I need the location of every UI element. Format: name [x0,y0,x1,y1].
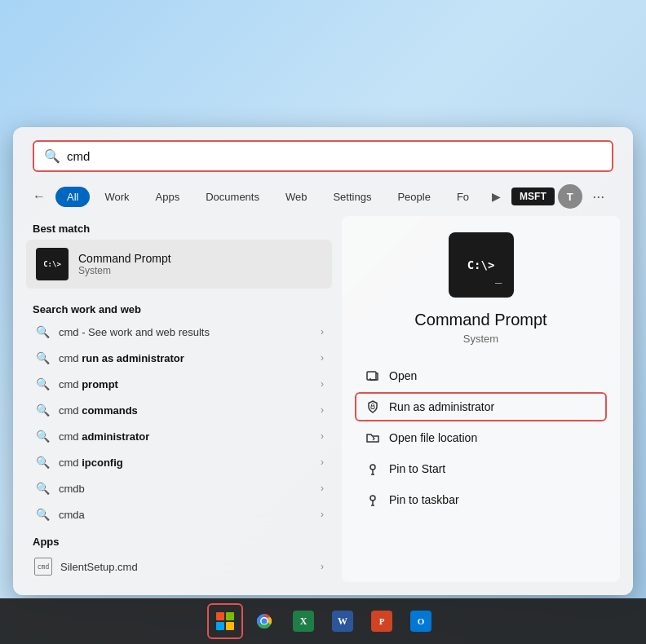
search-result-text-6: cmdb [59,483,85,495]
apps-result-0[interactable]: cmd SilentSetup.cmd › [26,551,332,582]
best-match-label: Best match [26,216,332,240]
svg-point-6 [262,619,268,624]
action-pin-start[interactable]: Pin to Start [355,454,607,483]
search-result-arrow-6: › [321,483,324,494]
action-open-label: Open [389,369,417,382]
best-match-item[interactable]: Command Prompt System [26,240,332,289]
app-preview-icon [449,232,514,298]
outlook-taskbar-icon[interactable]: O [403,603,439,639]
action-open[interactable]: Open [355,361,607,390]
pin-start-icon [365,461,381,477]
start-button[interactable] [207,603,243,639]
outlook-icon: O [410,611,431,632]
tab-apps[interactable]: Apps [144,187,192,207]
search-result-5[interactable]: 🔍 cmd ipconfig › [26,449,332,475]
tab-more[interactable]: ··· [586,183,612,210]
svg-rect-0 [367,372,376,380]
tab-settings[interactable]: Settings [321,187,383,207]
search-result-4[interactable]: 🔍 cmd administrator › [26,423,332,449]
search-result-2[interactable]: 🔍 cmd prompt › [26,371,332,397]
word-taskbar-icon[interactable]: W [325,603,361,639]
action-file-location-label: Open file location [389,431,477,444]
tab-scroll-right[interactable]: ▶ [484,184,508,209]
tab-msft[interactable]: MSFT [511,187,555,205]
filter-tabs: ← All Work Apps Documents Web Settings P… [13,180,633,216]
word-icon: W [332,611,353,632]
shield-icon [365,399,381,415]
search-result-arrow-0: › [321,326,324,337]
win-logo-q3 [216,622,224,630]
search-result-1[interactable]: 🔍 cmd run as administrator › [26,345,332,371]
svg-point-3 [370,496,375,501]
tab-user[interactable]: T [558,184,582,209]
search-result-icon-5: 🔍 [34,456,51,469]
search-result-arrow-3: › [321,404,324,416]
tab-people[interactable]: People [386,187,441,207]
search-icon: 🔍 [44,148,60,164]
tab-web[interactable]: Web [274,187,319,207]
best-match-text: Command Prompt System [78,252,171,276]
silent-setup-icon: cmd [34,558,52,576]
apps-section-label: Apps [26,527,332,551]
search-result-0[interactable]: 🔍 cmd - See work and web results › [26,319,332,345]
action-pin-taskbar[interactable]: Pin to taskbar [355,485,607,514]
search-result-arrow-2: › [321,378,324,390]
windows-logo [216,612,234,630]
app-type: System [463,333,498,345]
search-result-icon-7: 🔍 [34,508,51,521]
win-logo-q4 [226,622,234,630]
back-button[interactable]: ← [26,183,52,210]
search-result-arrow-1: › [321,352,324,364]
excel-taskbar-icon[interactable]: X [285,603,321,639]
search-result-icon-3: 🔍 [34,404,51,417]
svg-rect-1 [371,406,374,409]
action-pin-start-label: Pin to Start [389,462,445,475]
search-result-arrow-4: › [321,430,324,442]
search-result-icon-1: 🔍 [34,351,51,364]
tab-documents[interactable]: Documents [194,187,271,207]
search-result-icon-2: 🔍 [34,377,51,390]
search-result-icon-6: 🔍 [34,482,51,495]
apps-result-text-0: SilentSetup.cmd [60,561,138,573]
search-result-text-5: cmd ipconfig [59,457,123,469]
action-file-location[interactable]: Open file location [355,423,607,452]
tab-work[interactable]: Work [93,187,140,207]
start-menu: 🔍 cmd ← All Work Apps Documents Web Sett… [13,127,633,595]
apps-result-arrow-0: › [321,561,324,572]
powerpoint-taskbar-icon[interactable]: P [364,603,400,639]
search-result-text-0: cmd - See work and web results [59,326,210,338]
action-list: Open Run as administrator [355,361,607,514]
right-panel: Command Prompt System Open [342,216,620,582]
best-match-subtitle: System [78,265,171,276]
action-pin-taskbar-label: Pin to taskbar [389,493,459,506]
search-result-arrow-5: › [321,457,324,468]
folder-icon [365,430,381,446]
search-result-3[interactable]: 🔍 cmd commands › [26,397,332,423]
best-match-title: Command Prompt [78,252,171,265]
chrome-taskbar-icon[interactable] [246,603,282,639]
search-result-text-1: cmd run as administrator [59,352,184,364]
search-result-arrow-7: › [321,509,324,520]
tab-all[interactable]: All [55,187,90,207]
search-web-label: Search work and web [26,295,332,319]
open-icon [365,368,381,384]
search-result-7[interactable]: 🔍 cmda › [26,501,332,527]
search-input-value[interactable]: cmd [67,149,90,163]
search-result-icon-4: 🔍 [34,430,51,443]
main-content: Best match Command Prompt System Search … [13,216,633,595]
action-run-admin-label: Run as administrator [389,400,494,413]
search-bar-container: 🔍 cmd [13,127,633,180]
action-run-admin[interactable]: Run as administrator [355,392,607,421]
win-logo-q1 [216,612,224,620]
taskbar: X W P O [0,598,646,644]
search-result-icon-0: 🔍 [34,325,51,338]
ppt-icon: P [371,611,392,632]
search-result-6[interactable]: 🔍 cmdb › [26,475,332,501]
search-bar: 🔍 cmd [33,140,613,172]
cmd-icon [36,248,69,280]
app-name: Command Prompt [414,311,546,329]
search-result-text-2: cmd prompt [59,378,118,390]
pin-taskbar-icon [365,492,381,508]
excel-icon: X [293,611,314,632]
tab-fo[interactable]: Fo [445,187,480,207]
